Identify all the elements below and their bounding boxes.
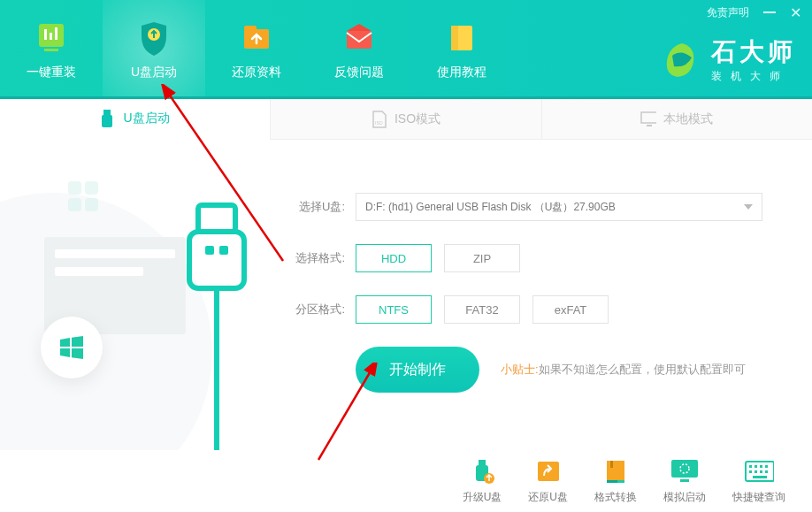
svg-rect-21 xyxy=(55,249,175,258)
row-format: 选择格式: HDD ZIP xyxy=(283,244,785,272)
svg-rect-15 xyxy=(647,125,652,126)
partition-option-ntfs[interactable]: NTFS xyxy=(356,295,432,324)
header: 免责声明 ✕ 一键重装 U盘启动 还原资料 反馈问题 xyxy=(0,0,812,99)
upload-folder-icon xyxy=(237,19,276,57)
svg-rect-1 xyxy=(44,29,47,40)
tool-label: 升级U盘 xyxy=(463,490,502,505)
tip-prefix: 小贴士: xyxy=(501,363,539,376)
svg-rect-33 xyxy=(610,461,613,468)
chart-icon xyxy=(32,19,71,57)
subtab-local[interactable]: 本地模式 xyxy=(541,99,812,139)
windows-deco-icon xyxy=(66,180,102,223)
shield-icon xyxy=(134,19,173,57)
subtab-iso[interactable]: ISO ISO模式 xyxy=(270,99,540,139)
svg-rect-40 xyxy=(749,465,752,468)
mail-icon xyxy=(340,19,379,57)
svg-rect-12 xyxy=(102,115,112,127)
action-row: 开始制作 小贴士:如果不知道怎么配置，使用默认配置即可 xyxy=(283,347,785,393)
svg-rect-32 xyxy=(607,461,624,480)
restore-usb-icon xyxy=(533,458,563,485)
svg-rect-28 xyxy=(479,460,486,465)
svg-rect-18 xyxy=(68,198,81,211)
brand-name: 石大师 xyxy=(711,35,796,69)
close-button[interactable]: ✕ xyxy=(790,4,801,21)
svg-rect-19 xyxy=(85,198,98,211)
disclaimer-link[interactable]: 免责声明 xyxy=(707,5,749,20)
partition-label: 分区格式: xyxy=(283,302,345,317)
svg-rect-48 xyxy=(753,476,767,478)
tool-format-convert[interactable]: 格式转换 xyxy=(594,458,637,505)
svg-rect-7 xyxy=(244,26,257,31)
svg-rect-2 xyxy=(50,33,52,40)
svg-rect-3 xyxy=(55,27,57,40)
subtab-label: ISO模式 xyxy=(395,111,440,127)
windows-logo-icon xyxy=(57,332,87,363)
svg-rect-23 xyxy=(198,205,235,232)
partition-option-fat32[interactable]: FAT32 xyxy=(444,295,520,324)
nav-label: 反馈问题 xyxy=(334,65,384,80)
format-option-hdd[interactable]: HDD xyxy=(356,244,432,272)
keyboard-icon xyxy=(744,458,774,485)
titlebar: 免责声明 ✕ xyxy=(707,0,812,21)
start-button[interactable]: 开始制作 xyxy=(356,347,479,393)
svg-rect-36 xyxy=(671,460,698,478)
svg-rect-11 xyxy=(103,110,111,115)
subtab-label: U盘启动 xyxy=(124,111,170,126)
nav-label: 还原资料 xyxy=(232,65,281,80)
svg-rect-16 xyxy=(68,181,81,195)
svg-rect-43 xyxy=(765,465,768,468)
subtabs: U盘启动 ISO ISO模式 本地模式 xyxy=(0,99,812,140)
usb-cable-icon xyxy=(186,202,248,450)
svg-rect-38 xyxy=(680,479,689,482)
nav-label: 一键重装 xyxy=(27,65,76,80)
usb-icon xyxy=(101,109,117,128)
subtab-label: 本地模式 xyxy=(663,111,713,127)
tool-upgrade-usb[interactable]: 升级U盘 xyxy=(463,458,502,505)
tool-restore-usb[interactable]: 还原U盘 xyxy=(528,458,568,505)
minimize-button[interactable] xyxy=(763,11,776,13)
tool-label: 还原U盘 xyxy=(528,490,568,505)
udisk-select[interactable]: D:F: (hd1) General USB Flash Disk （U盘）27… xyxy=(356,193,762,221)
svg-rect-26 xyxy=(219,246,228,255)
partition-option-exfat[interactable]: exFAT xyxy=(532,295,609,324)
svg-rect-14 xyxy=(641,112,656,123)
udisk-value: D:F: (hd1) General USB Flash Disk （U盘）27… xyxy=(365,200,616,215)
nav-usb-boot[interactable]: U盘启动 xyxy=(103,0,205,99)
svg-rect-35 xyxy=(607,480,617,483)
format-option-zip[interactable]: ZIP xyxy=(444,244,520,272)
subtab-usb[interactable]: U盘启动 xyxy=(0,99,270,140)
svg-rect-8 xyxy=(347,31,372,49)
svg-rect-24 xyxy=(189,232,244,288)
monitor-icon xyxy=(640,110,656,129)
tip-text: 小贴士:如果不知道怎么配置，使用默认配置即可 xyxy=(501,362,746,378)
brand: 石大师 装机大师 xyxy=(662,35,796,84)
tool-label: 快捷键查询 xyxy=(732,490,785,505)
brand-tagline: 装机大师 xyxy=(711,69,796,84)
tool-label: 模拟启动 xyxy=(663,490,706,505)
svg-rect-41 xyxy=(755,465,757,468)
tool-shortcut-query[interactable]: 快捷键查询 xyxy=(732,458,785,505)
svg-rect-45 xyxy=(755,470,757,473)
svg-rect-22 xyxy=(55,267,143,276)
simulate-boot-icon xyxy=(670,458,700,485)
form: 选择U盘: D:F: (hd1) General USB Flash Disk … xyxy=(265,140,812,450)
main-nav: 一键重装 U盘启动 还原资料 反馈问题 使用教程 xyxy=(0,0,513,99)
nav-label: 使用教程 xyxy=(437,65,486,80)
svg-rect-44 xyxy=(749,470,752,473)
nav-label: U盘启动 xyxy=(131,65,177,80)
illustration xyxy=(0,140,265,450)
svg-rect-46 xyxy=(760,470,762,473)
svg-rect-17 xyxy=(85,181,98,195)
svg-rect-4 xyxy=(44,49,58,51)
brand-logo-icon xyxy=(662,40,702,80)
nav-reinstall[interactable]: 一键重装 xyxy=(0,0,103,99)
tip-body: 如果不知道怎么配置，使用默认配置即可 xyxy=(539,363,746,376)
tool-label: 格式转换 xyxy=(594,490,637,505)
nav-restore[interactable]: 还原资料 xyxy=(205,0,308,99)
svg-rect-25 xyxy=(205,246,214,255)
nav-feedback[interactable]: 反馈问题 xyxy=(308,0,410,99)
svg-rect-10 xyxy=(451,26,458,50)
format-convert-icon xyxy=(601,458,631,485)
nav-tutorial[interactable]: 使用教程 xyxy=(410,0,513,99)
tool-simulate-boot[interactable]: 模拟启动 xyxy=(663,458,706,505)
